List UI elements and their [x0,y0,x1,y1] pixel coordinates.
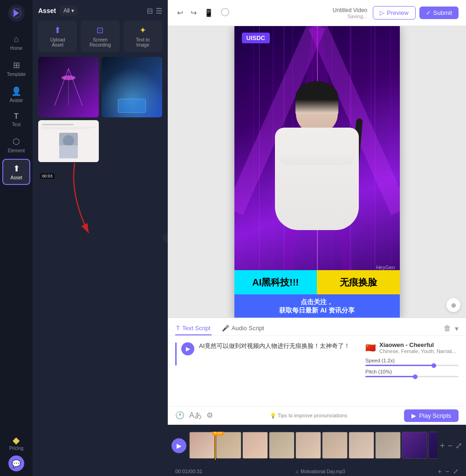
translate-icon[interactable]: Aあ [189,411,202,421]
grid-view-icon[interactable]: ⊟ [147,7,153,15]
element-icon: ⬡ [13,136,20,147]
topbar-right: ▷ Preview ✓ Submit [373,6,459,20]
tips-text: 💡 Tips to improve pronunciations [219,413,399,419]
sidebar-item-text[interactable]: T Text [2,109,30,131]
uisdc-badge: UISDC [242,33,270,43]
script-play-button[interactable]: ▶ [181,342,194,355]
frame-thumb-2[interactable] [216,432,241,459]
asset-filter-dropdown[interactable]: All ▾ [60,6,78,16]
upload-asset-button[interactable]: ⬆ Upload Asset [38,20,77,52]
project-info: Untitled Video Saving... [333,7,368,19]
canvas-area: UISDC HeyGen [168,26,466,318]
undo-button[interactable]: ↩ [175,7,185,19]
video-background: UISDC HeyGen [234,26,400,318]
clock-icon[interactable]: 🕐 [175,411,185,421]
asset-grid: 00:03 [38,57,162,181]
sidebar-item-template[interactable]: ⊞ Template [2,56,30,81]
frame-thumb-10[interactable] [428,432,437,459]
voice-header: 🇨🇳 Xiaowen - Cheerful Chinese, Female, Y… [365,341,459,354]
play-scripts-button[interactable]: ▶ Play Scripts [404,409,459,422]
timeline-marker: 6.1s [215,432,216,460]
mode-button[interactable] [219,6,231,20]
zoom-button[interactable]: ⊕ [446,298,460,312]
sidebar-item-asset[interactable]: ⬆ Asset [2,159,30,185]
home-icon: ⌂ [14,34,19,44]
preview-button[interactable]: ▷ Preview [373,6,415,20]
speed-control: Speed (1.2x) [365,358,459,366]
zoom-icon: ⊕ [451,302,456,309]
list-view-icon[interactable]: ☰ [156,7,162,15]
timeline-zoom-controls: + − ⤢ [438,468,459,475]
frame-thumb-4[interactable] [269,432,295,459]
zoom-out-icon[interactable]: − [445,468,449,475]
script-content: ▶ AI竟然可以做到对视频内人物进行无痕换脸！太神奇了！ 🇨🇳 Xiaowen … [168,336,466,406]
music-label: ♫ Motivational Day.mp3 [295,469,345,474]
speed-label: Speed (1.2x) [365,358,459,363]
speed-thumb [432,363,436,368]
asset-thumbnail-2[interactable] [102,57,162,117]
sidebar-item-avatar[interactable]: 👤 Avatar [2,82,30,107]
tab-audio-script[interactable]: 🎤 Audio Script [221,322,265,335]
mobile-icon: 📱 [204,9,213,17]
sidebar-item-element[interactable]: ⬡ Element [2,133,30,157]
settings-icon[interactable]: ⚙ [206,411,213,421]
sidebar-item-home[interactable]: ⌂ Home [2,31,30,54]
asset-thumbnail-3[interactable]: 00:03 [38,120,99,181]
pitch-slider[interactable] [365,376,459,377]
asset-thumbnail-1[interactable] [38,57,99,117]
frame-thumb-1[interactable] [189,432,215,459]
script-tab-actions: 🗑 ▾ [444,324,459,333]
tab-text-script[interactable]: T Text Script [175,322,212,335]
chat-button[interactable]: 💬 [8,456,24,471]
screen-recording-button[interactable]: ⊡ Screen Recording [81,20,119,52]
timeline-add-button[interactable]: + [440,441,445,451]
frame-thumb-7[interactable] [349,432,374,459]
pricing-label: Pricing [9,446,24,451]
zoom-in-icon[interactable]: + [438,468,442,475]
frame-thumb-9[interactable] [402,432,427,459]
fullscreen-icon[interactable]: ⤢ [453,468,459,475]
person-figure [256,76,377,272]
project-title: Untitled Video [333,7,368,14]
panel-collapse-button[interactable]: ‹ [163,233,168,243]
flag-china: 🇨🇳 [365,343,376,353]
frame-thumb-6[interactable] [322,432,348,459]
pitch-slider-row [365,376,459,377]
timeline-time: 00:01/00:31 [175,469,202,474]
text-to-image-button[interactable]: ✦ Text to Image [123,20,162,52]
speed-slider[interactable] [365,365,459,366]
voice-name: Xiaowen - Cheerful [379,341,456,348]
script-voice-panel: 🇨🇳 Xiaowen - Cheerful Chinese, Female, Y… [365,341,459,401]
frame-thumb-8[interactable] [375,432,401,459]
timeline-expand-button[interactable]: ⤢ [455,441,462,451]
timeline: ▶ 6.1s [168,425,466,476]
pricing-item[interactable]: ◆ Pricing [9,435,24,451]
play-icon: ▶ [411,412,416,419]
play-icon: ▷ [380,9,384,16]
timeline-marker-time: 6.1s [212,432,224,435]
text-icon: T [14,112,19,121]
timeline-track[interactable]: 6.1s [189,432,437,460]
sidebar-nav: ⌂ Home ⊞ Template 👤 Avatar T Text ⬡ Elem… [0,0,33,476]
device-toggle-button[interactable]: 📱 [202,7,215,19]
submit-button[interactable]: ✓ Submit [419,7,459,19]
frame-thumb-3[interactable] [242,432,268,459]
asset-panel-title: Asset [38,7,56,14]
banner-left: AI黑科技!!! [234,270,317,294]
delete-script-icon[interactable]: 🗑 [444,324,451,333]
voice-description: Chinese, Female, Youth, Narrati... [379,348,456,354]
bottom-banner: AI黑科技!!! 无痕换脸 点击关注， 获取每日最新 AI 资讯分享 [234,270,400,318]
audio-script-icon: 🎤 [222,325,229,332]
timeline-minus-button[interactable]: − [447,441,452,451]
redo-button[interactable]: ↪ [189,7,199,19]
script-bottom-icons: 🕐 Aあ ⚙ [175,411,213,421]
frame-thumb-5[interactable] [295,432,321,459]
logo [8,5,25,23]
asset-icon: ⬆ [13,163,20,174]
script-panel: T Text Script 🎤 Audio Script 🗑 ▾ ▶ AI竟然可… [168,318,466,425]
script-accent-bar [175,342,177,366]
circle-icon [221,8,229,16]
expand-script-icon[interactable]: ▾ [455,324,459,333]
timeline-play-button[interactable]: ▶ [171,438,186,453]
svg-line-2 [55,68,69,106]
